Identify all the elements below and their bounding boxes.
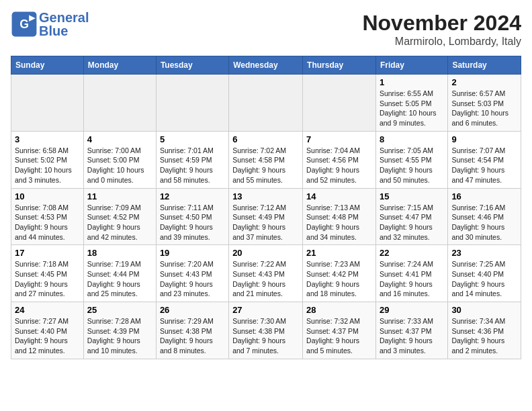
day-info: Sunrise: 7:08 AM Sunset: 4:53 PM Dayligh… bbox=[15, 203, 80, 242]
calendar-cell: 22Sunrise: 7:24 AM Sunset: 4:41 PM Dayli… bbox=[375, 245, 447, 302]
calendar-cell: 9Sunrise: 7:07 AM Sunset: 4:54 PM Daylig… bbox=[448, 131, 521, 188]
calendar-cell: 4Sunrise: 7:00 AM Sunset: 5:00 PM Daylig… bbox=[83, 131, 156, 188]
calendar-cell bbox=[83, 75, 156, 132]
calendar-cell: 2Sunrise: 6:57 AM Sunset: 5:03 PM Daylig… bbox=[448, 75, 521, 132]
weekday-header-monday: Monday bbox=[83, 56, 156, 75]
day-info: Sunrise: 7:02 AM Sunset: 4:58 PM Dayligh… bbox=[232, 146, 299, 185]
day-info: Sunrise: 7:18 AM Sunset: 4:45 PM Dayligh… bbox=[15, 259, 80, 299]
calendar-cell: 29Sunrise: 7:33 AM Sunset: 4:37 PM Dayli… bbox=[375, 302, 447, 359]
day-info: Sunrise: 6:55 AM Sunset: 5:05 PM Dayligh… bbox=[380, 89, 444, 128]
calendar-cell: 1Sunrise: 6:55 AM Sunset: 5:05 PM Daylig… bbox=[375, 75, 447, 132]
title-section: November 2024 Marmirolo, Lombardy, Italy bbox=[362, 11, 521, 48]
day-info: Sunrise: 7:04 AM Sunset: 4:56 PM Dayligh… bbox=[306, 146, 372, 185]
day-number: 30 bbox=[451, 305, 517, 315]
day-number: 3 bbox=[15, 134, 80, 144]
calendar-cell: 5Sunrise: 7:01 AM Sunset: 4:59 PM Daylig… bbox=[156, 131, 228, 188]
calendar-week-1: 1Sunrise: 6:55 AM Sunset: 5:05 PM Daylig… bbox=[11, 75, 521, 132]
day-number: 29 bbox=[380, 305, 444, 315]
day-number: 20 bbox=[232, 248, 299, 258]
day-number: 8 bbox=[380, 134, 444, 144]
weekday-header-wednesday: Wednesday bbox=[229, 56, 303, 75]
day-number: 12 bbox=[160, 191, 225, 201]
calendar-cell: 7Sunrise: 7:04 AM Sunset: 4:56 PM Daylig… bbox=[303, 131, 376, 188]
day-number: 17 bbox=[15, 248, 80, 258]
calendar-header: SundayMondayTuesdayWednesdayThursdayFrid… bbox=[11, 56, 521, 75]
day-number: 2 bbox=[451, 77, 517, 87]
calendar-cell: 12Sunrise: 7:11 AM Sunset: 4:50 PM Dayli… bbox=[156, 188, 228, 245]
day-number: 5 bbox=[160, 134, 225, 144]
logo-icon: G bbox=[11, 11, 38, 38]
calendar-table: SundayMondayTuesdayWednesdayThursdayFrid… bbox=[11, 56, 521, 359]
day-info: Sunrise: 7:24 AM Sunset: 4:41 PM Dayligh… bbox=[380, 259, 444, 299]
day-info: Sunrise: 7:11 AM Sunset: 4:50 PM Dayligh… bbox=[160, 203, 225, 242]
calendar-cell: 20Sunrise: 7:22 AM Sunset: 4:43 PM Dayli… bbox=[229, 245, 303, 302]
weekday-header-tuesday: Tuesday bbox=[156, 56, 228, 75]
calendar-cell bbox=[229, 75, 303, 132]
day-info: Sunrise: 7:16 AM Sunset: 4:46 PM Dayligh… bbox=[451, 203, 517, 242]
day-info: Sunrise: 7:27 AM Sunset: 4:40 PM Dayligh… bbox=[15, 316, 80, 356]
day-info: Sunrise: 7:20 AM Sunset: 4:43 PM Dayligh… bbox=[160, 259, 225, 299]
calendar-cell: 11Sunrise: 7:09 AM Sunset: 4:52 PM Dayli… bbox=[83, 188, 156, 245]
calendar-cell: 19Sunrise: 7:20 AM Sunset: 4:43 PM Dayli… bbox=[156, 245, 228, 302]
day-number: 7 bbox=[306, 134, 372, 144]
day-number: 19 bbox=[160, 248, 225, 258]
calendar-cell: 18Sunrise: 7:19 AM Sunset: 4:44 PM Dayli… bbox=[83, 245, 156, 302]
calendar-cell: 16Sunrise: 7:16 AM Sunset: 4:46 PM Dayli… bbox=[448, 188, 521, 245]
day-number: 11 bbox=[87, 191, 152, 201]
day-info: Sunrise: 7:30 AM Sunset: 4:38 PM Dayligh… bbox=[232, 316, 299, 356]
day-info: Sunrise: 7:05 AM Sunset: 4:55 PM Dayligh… bbox=[380, 146, 444, 185]
day-number: 25 bbox=[87, 305, 152, 315]
weekday-header-friday: Friday bbox=[375, 56, 447, 75]
day-info: Sunrise: 7:33 AM Sunset: 4:37 PM Dayligh… bbox=[380, 316, 444, 356]
day-info: Sunrise: 7:34 AM Sunset: 4:36 PM Dayligh… bbox=[451, 316, 517, 356]
logo-text: General Blue bbox=[39, 11, 89, 38]
location-title: Marmirolo, Lombardy, Italy bbox=[362, 36, 521, 48]
calendar-cell: 14Sunrise: 7:13 AM Sunset: 4:48 PM Dayli… bbox=[303, 188, 376, 245]
calendar-cell bbox=[156, 75, 228, 132]
calendar-cell: 24Sunrise: 7:27 AM Sunset: 4:40 PM Dayli… bbox=[11, 302, 84, 359]
day-number: 1 bbox=[380, 77, 444, 87]
day-number: 18 bbox=[87, 248, 152, 258]
month-title: November 2024 bbox=[362, 11, 521, 36]
day-number: 21 bbox=[306, 248, 372, 258]
day-info: Sunrise: 7:01 AM Sunset: 4:59 PM Dayligh… bbox=[160, 146, 225, 185]
weekday-header-sunday: Sunday bbox=[11, 56, 84, 75]
calendar-week-4: 17Sunrise: 7:18 AM Sunset: 4:45 PM Dayli… bbox=[11, 245, 521, 302]
day-number: 16 bbox=[451, 191, 517, 201]
day-info: Sunrise: 6:58 AM Sunset: 5:02 PM Dayligh… bbox=[15, 146, 80, 185]
calendar-cell: 17Sunrise: 7:18 AM Sunset: 4:45 PM Dayli… bbox=[11, 245, 84, 302]
calendar-cell: 25Sunrise: 7:28 AM Sunset: 4:39 PM Dayli… bbox=[83, 302, 156, 359]
day-info: Sunrise: 7:29 AM Sunset: 4:38 PM Dayligh… bbox=[160, 316, 225, 356]
calendar-cell: 27Sunrise: 7:30 AM Sunset: 4:38 PM Dayli… bbox=[229, 302, 303, 359]
weekday-header-row: SundayMondayTuesdayWednesdayThursdayFrid… bbox=[11, 56, 521, 75]
svg-text:G: G bbox=[19, 17, 29, 31]
weekday-header-saturday: Saturday bbox=[448, 56, 521, 75]
calendar-cell: 13Sunrise: 7:12 AM Sunset: 4:49 PM Dayli… bbox=[229, 188, 303, 245]
calendar-cell: 6Sunrise: 7:02 AM Sunset: 4:58 PM Daylig… bbox=[229, 131, 303, 188]
day-number: 4 bbox=[87, 134, 152, 144]
logo-general: General bbox=[39, 10, 89, 25]
calendar-cell: 3Sunrise: 6:58 AM Sunset: 5:02 PM Daylig… bbox=[11, 131, 84, 188]
day-number: 23 bbox=[451, 248, 517, 258]
calendar-cell bbox=[11, 75, 84, 132]
day-info: Sunrise: 7:25 AM Sunset: 4:40 PM Dayligh… bbox=[451, 259, 517, 299]
day-number: 6 bbox=[232, 134, 299, 144]
calendar-cell: 23Sunrise: 7:25 AM Sunset: 4:40 PM Dayli… bbox=[448, 245, 521, 302]
logo: G General Blue bbox=[11, 11, 89, 38]
day-info: Sunrise: 7:07 AM Sunset: 4:54 PM Dayligh… bbox=[451, 146, 517, 185]
weekday-header-thursday: Thursday bbox=[303, 56, 376, 75]
day-number: 24 bbox=[15, 305, 80, 315]
day-info: Sunrise: 7:12 AM Sunset: 4:49 PM Dayligh… bbox=[232, 203, 299, 242]
day-number: 10 bbox=[15, 191, 80, 201]
day-number: 9 bbox=[451, 134, 517, 144]
calendar-cell: 30Sunrise: 7:34 AM Sunset: 4:36 PM Dayli… bbox=[448, 302, 521, 359]
day-info: Sunrise: 7:32 AM Sunset: 4:37 PM Dayligh… bbox=[306, 316, 372, 356]
calendar-week-3: 10Sunrise: 7:08 AM Sunset: 4:53 PM Dayli… bbox=[11, 188, 521, 245]
day-info: Sunrise: 7:23 AM Sunset: 4:42 PM Dayligh… bbox=[306, 259, 372, 299]
day-number: 28 bbox=[306, 305, 372, 315]
calendar-cell: 21Sunrise: 7:23 AM Sunset: 4:42 PM Dayli… bbox=[303, 245, 376, 302]
logo-blue: Blue bbox=[39, 24, 68, 38]
day-info: Sunrise: 7:09 AM Sunset: 4:52 PM Dayligh… bbox=[87, 203, 152, 242]
day-number: 22 bbox=[380, 248, 444, 258]
calendar-body: 1Sunrise: 6:55 AM Sunset: 5:05 PM Daylig… bbox=[11, 75, 521, 359]
